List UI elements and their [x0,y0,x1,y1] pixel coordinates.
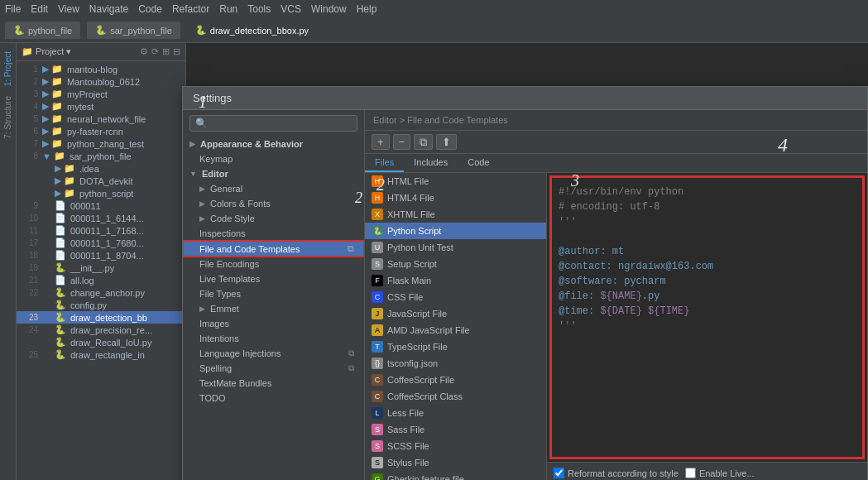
file-amd-js[interactable]: A AMD JavaScript File [365,322,546,338]
file-sass[interactable]: S Sass File [365,421,546,438]
tab-python-file[interactable]: 🐍 python_file [5,22,80,39]
tree-sar[interactable]: 8▼📁sar_python_file [17,150,185,162]
enable-live-label[interactable]: Enable Live... [685,468,755,478]
tree-mantoublog[interactable]: 2▶📁Mantoublog_0612 [17,75,185,88]
coffee-file-icon: C [372,374,383,386]
menu-window[interactable]: Window [311,3,347,15]
nav-file-code-templates[interactable]: File and Code Templates ⧉ [183,241,364,257]
tab-draw-detection[interactable]: 🐍 draw_detection_bbox.py [187,22,317,39]
nav-images[interactable]: Images [183,316,364,331]
tree-000011-7168[interactable]: 11📄000011_1_7168... [17,224,185,237]
file-setup[interactable]: S Setup Script [365,256,546,272]
ide-body: 1: Project 7: Structure 📁 Project ▾ ⚙ ⟳ … [0,43,868,480]
tree-zhang[interactable]: 7▶📁python_zhang_test [17,137,185,150]
menu-help[interactable]: Help [357,3,377,15]
menu-navigate[interactable]: Navigate [89,3,128,15]
sidebar-sync-icon[interactable]: ⟳ [151,46,159,57]
tree-faster-rcnn[interactable]: 6▶📁py-faster-rcnn [17,125,185,137]
code-editor[interactable]: #!/usr/bin/env python # encoding: utf-8 … [550,176,864,458]
nav-emmet[interactable]: ▶ Emmet [183,301,364,316]
sidebar-expand-icon[interactable]: ⊞ [162,46,170,57]
reformat-checkbox-label[interactable]: Reformat according to style [554,468,679,478]
nav-file-encodings[interactable]: File Encodings [183,257,364,271]
tab-code[interactable]: Code [458,154,499,172]
menu-edit[interactable]: Edit [31,3,48,15]
vtab-structure[interactable]: 7: Structure [2,91,14,144]
nav-code-style[interactable]: ▶ Code Style [183,211,364,226]
settings-search-box[interactable]: 🔍 [189,115,357,132]
file-flask[interactable]: F Flask Main [365,272,546,289]
sidebar-settings-icon[interactable]: ⚙ [140,46,148,57]
tree-000011-6144[interactable]: 10📄000011_1_6144... [17,212,185,224]
tree-draw-rect[interactable]: 25🐍draw_rectangle_in [17,348,185,361]
nav-inspections[interactable]: Inspections [183,226,364,241]
copy-template-button[interactable]: ⧉ [414,134,433,150]
tree-dota[interactable]: ▶📁DOTA_devkit [17,175,185,187]
menu-tools[interactable]: Tools [247,3,271,15]
reformat-checkbox[interactable] [554,468,564,478]
file-python-script[interactable]: 🐍 Python Script [365,223,546,239]
settings-search-input[interactable] [211,118,352,128]
file-scss[interactable]: S SCSS File [365,438,546,454]
menu-refactor[interactable]: Refactor [172,3,209,15]
tree-draw-recall[interactable]: 🐍draw_Recall_IoU.py [17,336,185,348]
menu-run[interactable]: Run [219,3,237,15]
vtab-project[interactable]: 1: Project [2,46,14,91]
nav-intentions[interactable]: Intentions [183,331,364,346]
file-typescript[interactable]: T TypeScript File [365,338,546,355]
nav-colors-fonts[interactable]: ▶ Colors & Fonts 2 [183,196,364,211]
add-template-button[interactable]: + [372,134,390,150]
tree-config[interactable]: 🐍config.py [17,299,185,311]
tree-neural[interactable]: 5▶📁neural_network_file [17,113,185,125]
file-coffeescript[interactable]: C CoffeeScript File [365,372,546,388]
file-tsconfig[interactable]: {} tsconfig.json [365,355,546,372]
file-gherkin[interactable]: G Gherkin feature file [365,471,546,480]
file-html[interactable]: H HTML File [365,173,546,190]
sidebar-collapse-icon[interactable]: ⊟ [173,46,180,57]
file-coffeescript-class[interactable]: C CoffeeScript Class [365,388,546,405]
nav-file-types[interactable]: File Types [183,286,364,301]
enable-live-checkbox[interactable] [685,468,696,478]
tree-change-anchor[interactable]: 22🐍change_anchor.py [17,286,185,299]
tree-draw-detection[interactable]: 23🐍draw_detection_bb [17,311,185,324]
tree-000011-8704[interactable]: 18📄000011_1_8704... [17,249,185,262]
tree-000011[interactable]: 9📄000011 [17,199,185,212]
tab-includes[interactable]: Includes [404,154,458,172]
tree-alllog[interactable]: 21📄all.log [17,274,185,286]
nav-lang-injections[interactable]: Language Injections ⧉ [183,346,364,361]
tree-mytest[interactable]: 4▶📁mytest [17,100,185,113]
tree-myproject[interactable]: 3▶📁myProject [17,88,185,100]
tab-sar-python[interactable]: 🐍 sar_python_file [87,22,180,39]
tree-python-script[interactable]: ▶📁python_script [17,187,185,199]
file-html4[interactable]: H HTML4 File [365,190,546,206]
nav-live-templates[interactable]: Live Templates [183,271,364,286]
tree-000011-7680[interactable]: 17📄000011_1_7680... [17,237,185,249]
nav-keymap[interactable]: Keymap [183,151,364,166]
file-less[interactable]: L Less File [365,405,546,421]
menu-vcs[interactable]: VCS [281,3,301,15]
menu-view[interactable]: View [58,3,79,15]
tree-init[interactable]: 19🐍__init__.py [17,262,185,274]
export-template-button[interactable]: ⬆ [436,134,457,150]
remove-template-button[interactable]: − [393,134,411,150]
file-xhtml[interactable]: X XHTML File [365,206,546,223]
tree-draw-precision[interactable]: 24🐍draw_precision_re... [17,324,185,336]
code-line-9: @time: ${DATE} ${TIME} [559,304,856,319]
menu-code[interactable]: Code [138,3,162,15]
tree-idea[interactable]: ▶📁.idea [17,162,185,175]
tree-mantou[interactable]: 1▶📁mantou-blog [17,63,185,75]
file-javascript[interactable]: J JavaScript File [365,305,546,322]
nav-general[interactable]: ▶ General [183,181,364,196]
nav-lang-badge: ⧉ [348,348,354,358]
file-css[interactable]: C CSS File [365,289,546,305]
menu-file[interactable]: File [5,3,21,15]
file-stylus[interactable]: S Stylus File [365,454,546,471]
coffee-class-icon: C [372,391,383,402]
nav-editor[interactable]: ▼ Editor [183,166,364,181]
file-python-unit[interactable]: U Python Unit Test [365,239,546,256]
nav-textmate[interactable]: TextMate Bundles [183,376,364,391]
tab-files[interactable]: Files [365,154,404,172]
nav-spelling[interactable]: Spelling ⧉ [183,361,364,376]
nav-todo[interactable]: TODO [183,391,364,406]
nav-appearance[interactable]: ▶ Appearance & Behavior [183,137,364,151]
